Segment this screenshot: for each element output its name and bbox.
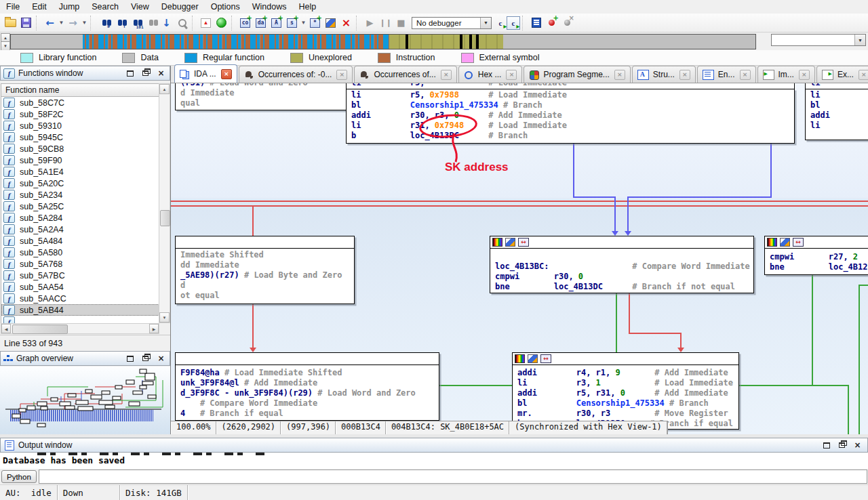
search-address-button[interactable] <box>96 16 112 30</box>
open-file-button[interactable] <box>3 16 18 30</box>
close-button[interactable]: × <box>852 440 863 451</box>
output-log[interactable]: Database has been saved <box>0 453 868 470</box>
navband-combobox[interactable]: ▼ <box>771 34 866 46</box>
tab-occurrences-of-0-[interactable]: Occurrences of: -0...× <box>239 66 353 83</box>
maximize-button[interactable] <box>124 354 136 364</box>
output-window-titlebar[interactable]: Output window × <box>0 438 868 453</box>
debug-start-button[interactable]: ▶ <box>362 16 378 30</box>
tab-close-icon[interactable]: × <box>441 70 452 80</box>
tab-ex-[interactable]: Ex...× <box>816 66 868 83</box>
menu-item-debugger[interactable]: Debugger <box>155 1 205 13</box>
graph-node[interactable]: li r5, # Load Immediate <box>346 83 795 89</box>
list-item[interactable]: fsub_59310 <box>1 120 159 131</box>
scroll-right-icon[interactable]: ▶ <box>149 324 159 333</box>
menu-item-help[interactable]: Help <box>292 1 322 13</box>
make-string-dropdown[interactable]: ▼ <box>300 16 307 30</box>
tab-hex-[interactable]: Hex ...× <box>458 66 523 83</box>
close-button[interactable]: × <box>155 68 167 79</box>
graph-overview-minimap[interactable] <box>0 367 170 434</box>
graph-node[interactable]: F9F84@ha # Load Immediate Shiftedunk_3F9… <box>175 352 439 421</box>
forward-dropdown[interactable]: ▼ <box>81 16 88 30</box>
menu-item-windows[interactable]: Windows <box>246 1 293 13</box>
graph-node[interactable]: (r31) # Load Word and Zerod Immediatequa… <box>175 83 347 110</box>
graph-node[interactable]: li r5 <box>805 83 868 89</box>
graph-node[interactable]: li r5, 0x7988 # Load Immediatebl Censors… <box>346 89 795 144</box>
save-button[interactable] <box>18 16 34 30</box>
menu-item-edit[interactable]: Edit <box>26 1 53 13</box>
node-group-icon[interactable]: ↔ <box>540 354 551 363</box>
restore-button[interactable] <box>836 440 848 451</box>
delete-button[interactable]: × <box>338 16 354 30</box>
step-trace-button[interactable]: c <box>494 17 507 29</box>
list-item[interactable]: fsub_58F2C <box>1 108 159 120</box>
graph-overview-titlebar[interactable]: Graph overview × <box>0 351 170 366</box>
make-code-button[interactable]: co <box>237 16 253 30</box>
breakpoint-delete-button[interactable] <box>559 16 575 30</box>
list-item[interactable]: fsub_5A7BC <box>1 270 159 281</box>
tab-close-icon[interactable]: × <box>336 70 347 80</box>
tab-en-[interactable]: En...× <box>697 66 756 83</box>
node-edit-icon[interactable] <box>505 238 515 247</box>
tab-ida-[interactable]: IDA ...× <box>174 64 237 83</box>
node-edit-icon[interactable] <box>528 354 538 363</box>
make-string-button[interactable]: s <box>284 16 300 30</box>
tab-close-icon[interactable]: × <box>799 70 810 80</box>
list-item[interactable]: fsub_5945C <box>1 131 159 143</box>
tab-stru-[interactable]: Stru...× <box>632 66 696 83</box>
show-problems-button[interactable]: ▲ <box>198 16 214 30</box>
menu-item-options[interactable]: Options <box>205 1 246 13</box>
search-text-button[interactable] <box>112 16 127 30</box>
edit-button[interactable] <box>323 16 338 30</box>
search-binary-button[interactable] <box>127 16 143 30</box>
functions-vertical-scrollbar[interactable]: ▲ ▼ <box>159 83 170 323</box>
scrollbar-thumb[interactable] <box>160 210 170 226</box>
close-button[interactable]: × <box>155 354 167 364</box>
function-name-column-header[interactable]: Function name <box>1 83 159 97</box>
tab-occurrences-of-[interactable]: Occurrences of...× <box>354 66 456 83</box>
tab-close-icon[interactable]: × <box>679 70 690 80</box>
menu-item-search[interactable]: Search <box>85 1 125 13</box>
functions-horizontal-scrollbar[interactable]: ◀ ▶ <box>1 323 159 334</box>
restore-button[interactable] <box>140 68 151 79</box>
tab-close-icon[interactable]: × <box>740 70 751 80</box>
maximize-button[interactable] <box>124 68 136 79</box>
maximize-button[interactable] <box>821 440 832 451</box>
navigation-band[interactable] <box>10 34 756 49</box>
scrollbar-thumb[interactable] <box>12 325 68 334</box>
debug-pause-button[interactable]: ❙❙ <box>378 16 393 30</box>
cli-input[interactable] <box>39 470 867 484</box>
tab-im-[interactable]: Im...× <box>757 66 815 83</box>
list-item[interactable]: fsub_5A25C <box>1 201 159 212</box>
list-item[interactable]: fsub_59F90 <box>1 154 159 166</box>
calc-tool-button[interactable] <box>174 16 190 30</box>
list-item[interactable]: fsub_5A284 <box>1 212 159 224</box>
scroll-down-icon[interactable]: ▼ <box>159 312 170 322</box>
tab-program-segme-[interactable]: Program Segme...× <box>524 66 630 83</box>
tab-close-icon[interactable]: × <box>506 70 517 80</box>
list-item[interactable]: fsub_5A768 <box>1 258 159 270</box>
list-item[interactable]: fsub_5A2A4 <box>1 224 159 235</box>
jump-button[interactable]: ↓ <box>159 16 174 30</box>
menu-item-jump[interactable]: Jump <box>53 1 86 13</box>
graph-node[interactable]: ↔ cmpwi r27, 2bne loc_4B12F8 <box>764 236 868 275</box>
python-cli-button[interactable]: Python <box>1 470 37 483</box>
menu-item-file[interactable]: File <box>0 1 26 13</box>
list-item[interactable]: fsub_5A1E4 <box>1 166 159 178</box>
make-data-button[interactable]: da <box>253 16 269 30</box>
ida-graph-view[interactable]: (r31) # Load Word and Zerod Immediatequa… <box>171 83 868 434</box>
node-color-icon[interactable] <box>515 354 525 363</box>
graph-node[interactable]: li r5bl Ceaddi r3li r3 <box>805 89 868 140</box>
add-xref-button[interactable]: * <box>307 16 323 30</box>
make-name-button[interactable]: A <box>269 16 284 30</box>
list-item[interactable]: fsub_5AB44 <box>1 304 159 316</box>
list-item[interactable]: fsub_5A234 <box>1 189 159 201</box>
node-color-icon[interactable] <box>492 238 502 247</box>
list-item[interactable]: fsub_59CB8 <box>1 143 159 154</box>
node-group-icon[interactable]: ↔ <box>793 238 804 247</box>
search-prev-button[interactable] <box>143 16 159 30</box>
list-item-partial[interactable]: f <box>1 316 159 323</box>
tab-close-icon[interactable]: × <box>221 69 232 79</box>
scroll-up-icon[interactable]: ▲ <box>159 84 170 94</box>
node-color-icon[interactable] <box>767 238 777 247</box>
functions-window-titlebar[interactable]: f Functions window × <box>0 66 170 81</box>
